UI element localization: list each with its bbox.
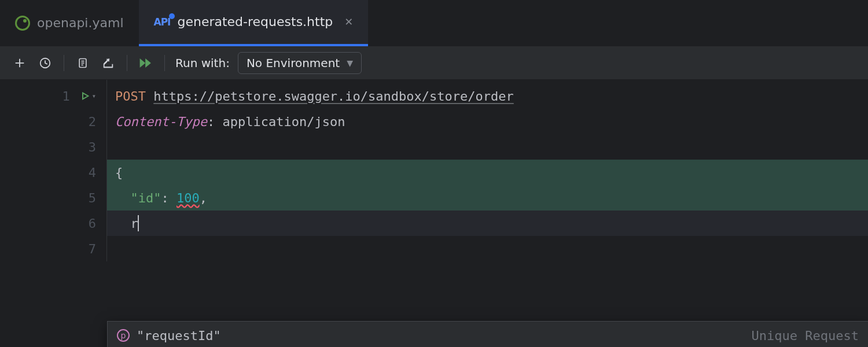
http-toolbar: Run with: No Environment ▼ [0,46,868,80]
code-line [107,134,868,160]
json-value: 100 [176,191,200,205]
line-number: 6 [83,216,96,231]
tab-label: openapi.yaml [37,16,124,30]
current-line-bg [107,211,868,236]
run-with-group: Run with: No Environment ▼ [175,52,362,74]
line-number: 5 [83,191,96,205]
history-button[interactable] [32,50,58,76]
api-icon: API [154,16,171,28]
completion-tail: Unique Request [752,328,859,343]
tab-openapi[interactable]: openapi.yaml [0,0,139,46]
openapi-icon [15,16,30,31]
completion-item[interactable]: p "requestId" Unique Request [108,322,868,347]
code-line [107,236,868,261]
editor-tabs: openapi.yaml API generated-requests.http… [0,0,868,46]
line-number: 7 [83,242,96,256]
line-number: 2 [83,115,96,129]
tab-generated-requests[interactable]: API generated-requests.http ✕ [139,0,369,46]
selection-bg [107,185,868,211]
request-url: https://petstore.swagger.io/sandbox/stor… [153,89,514,104]
code-area[interactable]: POST https://petstore.swagger.io/sandbox… [107,80,868,261]
environment-value: No Environment [247,56,340,70]
header-name: Content-Type [115,115,207,129]
line-number: 1 [57,89,70,104]
separator [127,55,127,71]
http-method: POST [115,89,146,104]
line-number: 4 [83,165,96,180]
environment-select[interactable]: No Environment ▼ [238,52,362,74]
selection-bg [107,160,868,185]
svg-marker-10 [145,58,151,68]
chevron-down-icon: ▼ [347,58,353,68]
completion-popup: p "requestId" Unique Request p "callback… [107,321,868,347]
add-request-button[interactable] [7,50,32,76]
line-number: 3 [83,140,96,154]
import-button[interactable] [95,50,121,76]
separator [164,55,165,71]
text-caret [138,215,139,231]
svg-marker-9 [140,58,146,68]
code-line: Content-Type: application/json [107,109,868,134]
close-icon[interactable]: ✕ [344,16,353,28]
typed-text: r [131,216,138,231]
run-with-label: Run with: [175,56,230,70]
chevron-down-icon: ▾ [92,92,96,100]
completion-label: "requestId" [137,328,221,343]
run-request-gutter-icon[interactable]: ▾ [80,91,96,101]
property-icon: p [117,329,130,342]
examples-button[interactable] [70,50,95,76]
tab-label: generated-requests.http [177,14,333,29]
header-value: application/json [222,115,345,129]
json-key: "id" [131,191,161,205]
gutter: 1 ▾ 2 3 4 5 6 7 [0,80,107,261]
code-editor[interactable]: 1 ▾ 2 3 4 5 6 7 POST https://petstore.sw… [0,80,868,261]
run-all-button[interactable] [133,50,159,76]
svg-marker-11 [83,93,88,99]
code-line: POST https://petstore.swagger.io/sandbox… [107,83,868,109]
separator [64,55,64,71]
